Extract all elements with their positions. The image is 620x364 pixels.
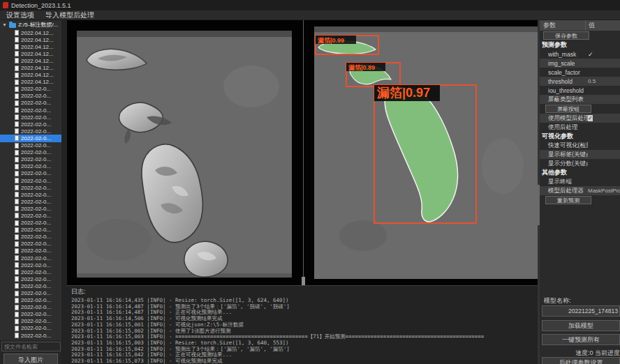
param-row-mask-type-list[interactable]: 屏蔽类型列表	[540, 95, 620, 104]
file-icon	[15, 192, 19, 197]
menu-settings[interactable]: 设置选项	[6, 10, 34, 20]
tree-item[interactable]: 2022-02-0...	[0, 114, 61, 121]
tree-item[interactable]: 2022-02-0...	[0, 142, 61, 149]
tree-item[interactable]: 2022-02-0...	[0, 93, 61, 100]
tree-scrollbar[interactable]	[61, 20, 67, 364]
param-row-use-post[interactable]: 使用后处理	[540, 123, 620, 132]
param-label: 快速可视化(检测)	[540, 142, 588, 150]
tree-item[interactable]: 2022-02-0...	[0, 205, 61, 212]
file-icon	[15, 107, 19, 113]
tree-item[interactable]: 2022-02-0...	[0, 261, 61, 268]
tree-item[interactable]: 2022-02-0...	[0, 212, 61, 219]
tree-item[interactable]: 2022-02-0...	[0, 282, 61, 289]
import-images-button[interactable]: 导入图片	[3, 354, 58, 364]
tree-item[interactable]: 2022-02-0...	[0, 135, 61, 142]
tree-item[interactable]: 2022-02-0...	[0, 220, 61, 227]
predict-all-button[interactable]: 一键预测所有	[542, 334, 620, 345]
section-visual-params: 可视化参数	[540, 132, 620, 141]
tree-item[interactable]: 2022-02-0...	[0, 255, 61, 261]
repredict-row: 重新预测	[540, 195, 620, 205]
param-row-img-scale[interactable]: img_scale	[540, 59, 620, 68]
tree-item[interactable]: 2022-02-0...	[0, 227, 61, 234]
param-row-show-label[interactable]: 显示标签(关键点)	[540, 150, 620, 159]
tree-item[interactable]: 2022-02-0...	[0, 107, 61, 114]
tree-item[interactable]: 2022-02-0...	[0, 234, 61, 241]
param-row-model-post-processor[interactable]: 模型后处理器 MaskPostProc	[540, 186, 620, 195]
tree-item[interactable]: 2022-02-0...	[0, 163, 61, 170]
tree-item[interactable]: 2022.04.12...	[0, 72, 61, 79]
tree-item[interactable]: 2022-02-0...	[0, 275, 61, 282]
viewer-splitter[interactable]	[303, 20, 304, 285]
tree-item[interactable]: 2022-02-0...	[0, 100, 61, 107]
param-row-threshold[interactable]: threshold 0.5	[540, 77, 620, 86]
tree-item[interactable]: 2022.04.12...	[0, 43, 61, 50]
post-process-settings-button[interactable]: 后处理参数设置	[542, 357, 620, 364]
tree-item[interactable]: 2022-02-0...	[0, 268, 61, 275]
checkbox-checked-icon[interactable]: ✓	[588, 115, 593, 121]
tree-item[interactable]: 2022-02-0...	[0, 289, 61, 296]
tree-item[interactable]: 2022-02-0...	[0, 191, 61, 198]
file-icon	[15, 234, 19, 240]
tree-item[interactable]: 2022-02-0...	[0, 177, 61, 184]
log-panel: 日志: 2023-01-11 16:16:14,435 |INFO| - Res…	[67, 285, 538, 364]
param-label: 模型后处理器	[540, 187, 588, 195]
file-icon	[15, 298, 19, 303]
threshold-value[interactable]: 0.5	[588, 78, 620, 84]
param-row-show-terminal[interactable]: 显示终端	[540, 177, 620, 186]
param-label: 使用模型后处理	[540, 114, 588, 123]
tree-item[interactable]: 2022-02-0...	[0, 170, 61, 177]
param-row-scale-factor[interactable]: scale_factor	[540, 68, 620, 77]
menu-import-post[interactable]: 导入模型后处理	[45, 10, 94, 20]
tree-item[interactable]: 2022.04.12...	[0, 29, 61, 36]
tree-item-label: 2022-02-0...	[21, 241, 51, 247]
file-icon	[15, 291, 19, 296]
tree-item[interactable]: 2022-02-0...	[0, 325, 61, 332]
param-row-use-model-post[interactable]: 使用模型后处理 ✓	[540, 114, 620, 123]
tree-item-label: 2022-02-0...	[21, 318, 51, 324]
tree-item[interactable]: 2022-02-0...	[0, 128, 61, 135]
param-label: 显示终端	[540, 178, 588, 186]
check-icon[interactable]: ✓	[588, 51, 593, 58]
splitter-handle[interactable]	[302, 277, 305, 285]
tree-item[interactable]: 2022-02-0...	[0, 332, 61, 339]
tree-item[interactable]: 2022.04.12...	[0, 36, 61, 43]
tree-item[interactable]: 2022.04.12...	[0, 79, 61, 86]
model-post-processor-value[interactable]: MaskPostProc	[588, 188, 620, 194]
tree-item[interactable]: 2022-02-0...	[0, 156, 61, 163]
tree-item[interactable]: 2022.04.12...	[0, 57, 61, 64]
tree-item[interactable]: 2022.04.12...	[0, 50, 61, 57]
repredict-button[interactable]: 重新预测	[545, 196, 591, 204]
tree-item[interactable]: 2022-02-0...	[0, 184, 61, 191]
tree-item[interactable]: 2022.04.12...	[0, 64, 61, 71]
tree-item[interactable]: 2022-02-0...	[0, 149, 61, 156]
file-icon	[15, 213, 19, 218]
mask-button[interactable]: 屏蔽按钮	[545, 105, 591, 113]
tree-item[interactable]: 2022-02-0...	[0, 311, 61, 318]
param-row-iou-threshold[interactable]: iou_threshold	[540, 86, 620, 95]
file-icon	[15, 262, 19, 268]
param-row-with-mask[interactable]: with_mask ✓	[540, 50, 620, 59]
search-input[interactable]	[1, 342, 61, 351]
param-label: 屏蔽类型列表	[540, 96, 588, 104]
tree-item[interactable]: 2022-02-0...	[0, 318, 61, 325]
tree-item[interactable]: 2022-02-0...	[0, 241, 61, 248]
tree-root[interactable]: ▼ Z:/5-标注数据/...	[0, 20, 61, 29]
param-row-show-score[interactable]: 显示分数(关键点)	[540, 159, 620, 168]
tree-item[interactable]: 2022-02-0...	[0, 297, 61, 304]
load-model-button[interactable]: 加载模型	[542, 320, 620, 331]
tree-item[interactable]: 2022-02-0...	[0, 248, 61, 255]
chevron-down-icon[interactable]: ▼	[2, 22, 7, 27]
tree-item-label: 2022-02-0...	[21, 199, 51, 205]
tree-item-list: 2022.04.12... 2022.04.12... 2022.04.12..…	[0, 29, 61, 339]
file-icon	[15, 333, 19, 338]
file-icon	[15, 86, 19, 92]
tree-item[interactable]: 2022-02-0...	[0, 121, 61, 128]
save-params-button[interactable]: 保存参数	[543, 31, 589, 40]
tree-item[interactable]: 2022-02-0...	[0, 86, 61, 93]
tree-item[interactable]: 2022-02-0...	[0, 198, 61, 205]
tree-item[interactable]: 2022-02-0...	[0, 304, 61, 311]
tree-item-label: 2022-02-0...	[21, 192, 51, 198]
tree-item-label: 2022-02-0...	[21, 325, 51, 331]
param-row-fast-visual[interactable]: 快速可视化(检测)	[540, 141, 620, 150]
model-name-field[interactable]: 20221225_174813	[542, 305, 620, 317]
